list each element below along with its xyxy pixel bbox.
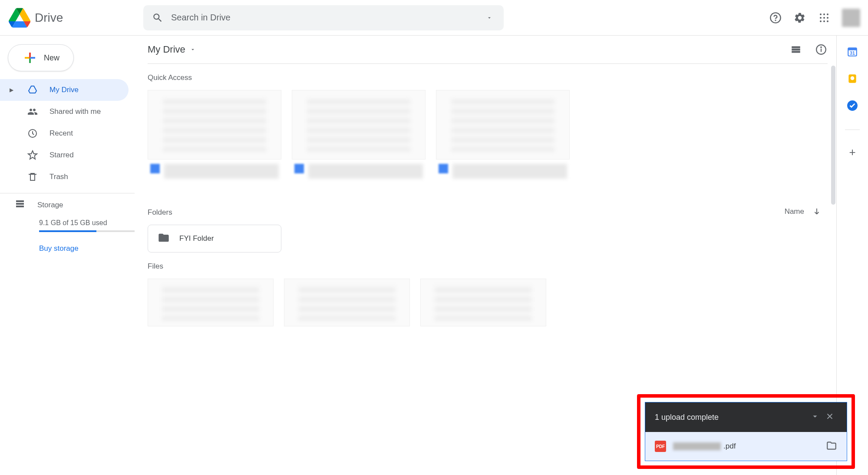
storage-bar — [39, 230, 135, 232]
nav-label: Recent — [50, 129, 73, 138]
drive-icon — [27, 84, 38, 96]
svg-point-17 — [821, 47, 822, 48]
nav-label: My Drive — [50, 86, 79, 94]
folder-name: FYI Folder — [179, 234, 214, 243]
buy-storage-link[interactable]: Buy storage — [0, 244, 135, 253]
nav-shared[interactable]: Shared with me — [0, 101, 129, 123]
files-heading: Files — [148, 262, 823, 271]
settings-icon[interactable] — [793, 11, 806, 24]
product-name: Drive — [35, 11, 63, 25]
storage-usage-text: 9.1 GB of 15 GB used — [0, 219, 135, 227]
search-options-icon[interactable] — [483, 11, 496, 24]
storage-label: Storage — [37, 201, 63, 209]
nav-label: Trash — [50, 173, 68, 181]
expand-icon[interactable]: ▶ — [10, 87, 16, 93]
svg-text:31: 31 — [850, 50, 855, 56]
nav-storage[interactable]: Storage — [0, 199, 135, 211]
svg-point-4 — [827, 13, 828, 15]
folders-heading: Folders — [148, 208, 172, 217]
search-input[interactable] — [171, 13, 476, 23]
new-button[interactable]: New — [8, 44, 74, 71]
drive-logo-icon — [9, 7, 30, 29]
folder-item[interactable]: FYI Folder — [148, 225, 281, 252]
highlight-annotation: 1 upload complete PDF .pdf — [637, 394, 855, 469]
svg-point-7 — [827, 17, 828, 19]
quick-access-card[interactable] — [292, 90, 426, 188]
locate-folder-icon[interactable] — [826, 440, 837, 453]
calendar-icon[interactable]: 31 — [847, 46, 858, 57]
breadcrumb[interactable]: My Drive — [148, 44, 196, 55]
pdf-icon: PDF — [655, 441, 666, 452]
scrollbar[interactable] — [831, 66, 835, 205]
svg-point-6 — [823, 17, 825, 19]
drive-logo[interactable]: Drive — [9, 7, 139, 29]
addons-icon[interactable]: + — [849, 146, 855, 159]
sidebar: New ▶ My Drive Shared with me — [0, 36, 135, 475]
svg-point-10 — [827, 20, 828, 22]
upload-title: 1 upload complete — [655, 413, 719, 422]
keep-icon[interactable] — [847, 73, 858, 84]
quick-access-card[interactable] — [436, 90, 570, 188]
info-icon[interactable] — [815, 43, 828, 56]
nav-label: Shared with me — [50, 107, 101, 116]
svg-point-3 — [823, 13, 825, 15]
header-actions — [769, 9, 860, 27]
svg-point-1 — [775, 20, 776, 20]
search-icon[interactable] — [151, 11, 164, 24]
new-button-label: New — [44, 53, 59, 63]
dropdown-icon — [190, 47, 196, 53]
svg-point-2 — [820, 13, 822, 15]
collapse-icon[interactable] — [808, 409, 822, 426]
tasks-icon[interactable] — [847, 100, 858, 111]
svg-rect-14 — [16, 206, 24, 207]
file-item[interactable] — [420, 279, 546, 326]
nav-my-drive[interactable]: ▶ My Drive — [0, 79, 129, 101]
sort-label[interactable]: Name — [785, 207, 804, 216]
trash-icon — [27, 171, 38, 183]
people-icon — [27, 106, 38, 117]
clock-icon — [27, 128, 38, 139]
sort-arrow-icon[interactable] — [810, 205, 823, 218]
close-icon[interactable] — [822, 409, 837, 426]
search-bar[interactable] — [143, 5, 504, 30]
nav-recent[interactable]: Recent — [0, 123, 129, 144]
nav-trash[interactable]: Trash — [0, 166, 129, 188]
upload-toast: 1 upload complete PDF .pdf — [645, 402, 847, 461]
folder-icon — [158, 232, 170, 246]
account-avatar[interactable] — [842, 9, 860, 27]
svg-point-22 — [851, 76, 855, 80]
list-view-icon[interactable] — [789, 43, 802, 56]
svg-rect-13 — [16, 203, 24, 205]
breadcrumb-label: My Drive — [148, 44, 185, 55]
svg-point-9 — [823, 20, 825, 22]
help-icon[interactable] — [769, 11, 782, 24]
app-header: Drive — [0, 0, 868, 36]
svg-point-5 — [820, 17, 822, 19]
quick-access-heading: Quick Access — [148, 73, 823, 82]
quick-access-card[interactable] — [148, 90, 281, 188]
plus-icon — [22, 50, 38, 66]
apps-icon[interactable] — [818, 11, 831, 24]
storage-icon — [15, 199, 25, 211]
upload-item[interactable]: PDF .pdf — [645, 432, 847, 461]
nav-starred[interactable]: Starred — [0, 144, 129, 166]
svg-point-8 — [820, 20, 822, 22]
svg-rect-12 — [16, 200, 24, 202]
file-item[interactable] — [284, 279, 410, 326]
upload-filename: .pdf — [673, 442, 819, 451]
file-item[interactable] — [148, 279, 274, 326]
nav-label: Starred — [50, 151, 74, 159]
star-icon — [27, 149, 38, 161]
